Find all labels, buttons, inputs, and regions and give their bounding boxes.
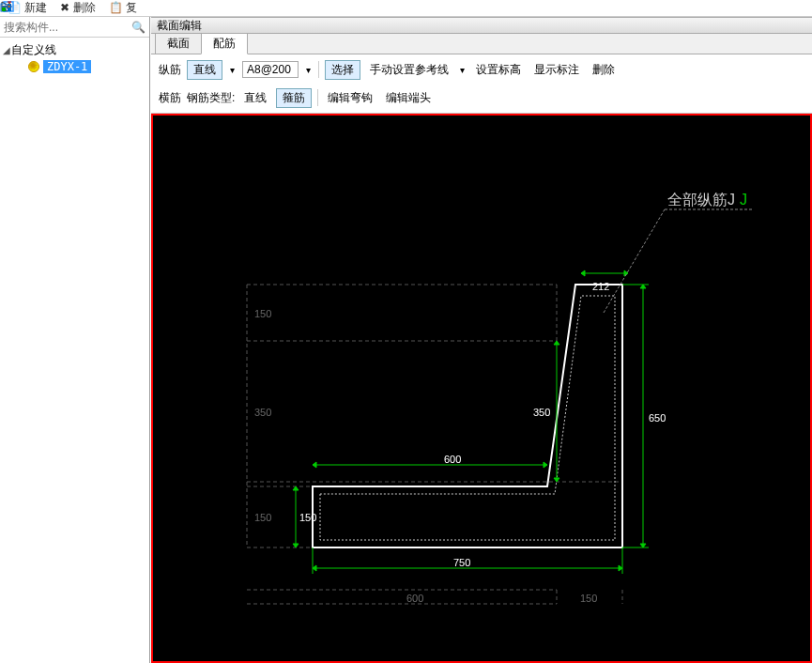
copy-button-frag[interactable]: 📋 复 — [109, 0, 137, 16]
separator — [317, 89, 318, 106]
grid-150c: 150 — [580, 593, 597, 604]
tree-toggle[interactable]: ◢ — [2, 45, 11, 55]
annotation-suffix: J — [740, 192, 747, 208]
grid-150a: 150 — [254, 308, 271, 319]
tree-child-row[interactable]: ZDYX-1 — [28, 58, 147, 75]
edit-end-button[interactable]: 编辑端头 — [382, 89, 435, 107]
tree-child-label: ZDYX-1 — [43, 60, 91, 73]
select-button[interactable]: 选择 — [325, 60, 360, 80]
dim-350: 350 — [533, 407, 550, 418]
transverse-label: 横筋 — [159, 90, 181, 106]
edit-hook-button[interactable]: 编辑弯钩 — [324, 89, 376, 107]
refline-dropdown-icon[interactable]: ▾ — [458, 65, 467, 75]
line-button[interactable]: 直线 — [187, 60, 222, 80]
rebar-type-label: 钢筋类型: — [187, 90, 235, 106]
section-drawing: 212 350 650 600 750 150 150 350 150 600 … — [153, 116, 810, 663]
grid-600: 600 — [406, 593, 423, 604]
stirrup-button[interactable]: 箍筋 — [276, 88, 312, 108]
dim-600: 600 — [444, 454, 461, 465]
tab-section[interactable]: 截面 — [155, 33, 202, 54]
dim-150: 150 — [299, 512, 316, 523]
trans-line-button[interactable]: 直线 — [240, 89, 270, 107]
annotation-label: 全部纵筋J — [667, 192, 735, 208]
svg-line-25 — [604, 209, 665, 313]
line-dropdown-icon[interactable]: ▾ — [228, 65, 237, 75]
dim-212: 212 — [592, 281, 609, 292]
search-input[interactable] — [4, 21, 131, 34]
right-panel: 截面编辑 截面 配筋 纵筋 直线▾ A8@200▾ 选择 手动设置参考线▾ 设置… — [150, 17, 812, 663]
separator — [318, 61, 319, 78]
delete-rebar-button[interactable]: 删除 — [589, 61, 619, 79]
component-icon — [28, 61, 39, 72]
top-toolbar-fragment: 📄 新建 ✖ 删除 📋 复 — [0, 0, 812, 17]
delete-button[interactable]: ✖ 删除 — [60, 0, 95, 16]
drawing-canvas[interactable]: 212 350 650 600 750 150 150 350 150 600 … — [151, 114, 812, 663]
end-icon — [0, 0, 13, 13]
tab-bar: 截面 配筋 — [151, 34, 812, 54]
toolbar: 纵筋 直线▾ A8@200▾ 选择 手动设置参考线▾ 设置标高 显示标注 删除 … — [151, 54, 812, 114]
grid-150b: 150 — [254, 512, 271, 523]
sidebar: 🔍 ◢ 自定义线 ZDYX-1 — [0, 17, 150, 663]
set-elevation-button[interactable]: 设置标高 — [472, 61, 525, 79]
manual-refline-button[interactable]: 手动设置参考线 — [366, 61, 452, 79]
show-annotation-button[interactable]: 显示标注 — [530, 61, 583, 79]
spec-input[interactable]: A8@200 — [242, 61, 299, 78]
tab-rebar[interactable]: 配筋 — [201, 33, 248, 54]
dim-650: 650 — [649, 412, 666, 424]
dim-750: 750 — [453, 557, 470, 568]
spec-dropdown-icon[interactable]: ▾ — [304, 65, 313, 75]
tree-root-label: 自定义线 — [11, 42, 56, 58]
longitudinal-label: 纵筋 — [159, 62, 181, 78]
tree-root-row[interactable]: ◢ 自定义线 — [2, 41, 147, 58]
search-icon[interactable]: 🔍 — [131, 21, 146, 34]
component-tree: ◢ 自定义线 ZDYX-1 — [0, 38, 149, 663]
search-bar: 🔍 — [0, 17, 149, 38]
panel-title: 截面编辑 — [151, 17, 812, 34]
grid-350: 350 — [254, 407, 271, 418]
